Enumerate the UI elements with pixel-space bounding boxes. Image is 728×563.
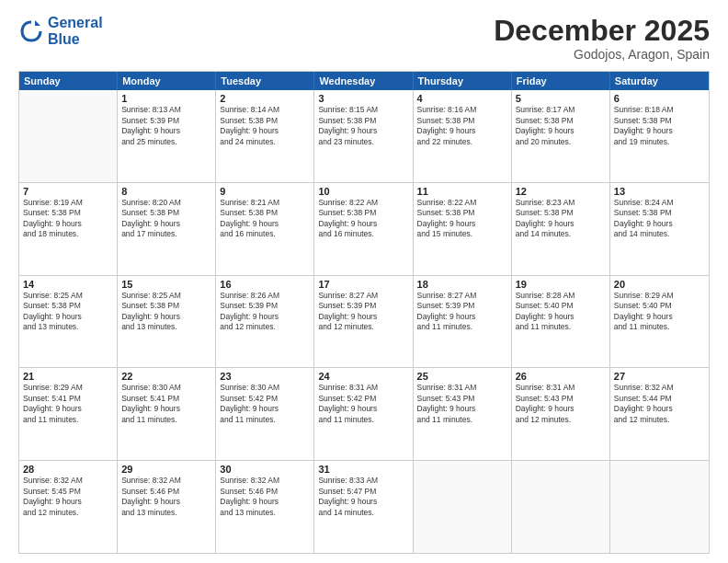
calendar-day-7: 7Sunrise: 8:19 AM Sunset: 5:38 PM Daylig…: [19, 183, 118, 275]
calendar-day-18: 18Sunrise: 8:27 AM Sunset: 5:39 PM Dayli…: [414, 276, 512, 368]
calendar-day-5: 5Sunrise: 8:17 AM Sunset: 5:38 PM Daylig…: [512, 90, 610, 182]
day-number: 11: [417, 186, 507, 197]
calendar-day-23: 23Sunrise: 8:30 AM Sunset: 5:42 PM Dayli…: [216, 368, 314, 460]
day-info: Sunrise: 8:14 AM Sunset: 5:38 PM Dayligh…: [220, 105, 310, 147]
calendar-day-21: 21Sunrise: 8:29 AM Sunset: 5:41 PM Dayli…: [19, 368, 118, 460]
day-info: Sunrise: 8:15 AM Sunset: 5:38 PM Dayligh…: [318, 105, 408, 147]
day-info: Sunrise: 8:32 AM Sunset: 5:46 PM Dayligh…: [220, 476, 310, 518]
calendar-day-29: 29Sunrise: 8:32 AM Sunset: 5:46 PM Dayli…: [118, 461, 216, 553]
header-day-friday: Friday: [512, 72, 610, 90]
day-number: 2: [220, 93, 310, 104]
day-number: 31: [318, 464, 408, 475]
day-number: 29: [121, 464, 211, 475]
calendar-empty-cell: [414, 461, 512, 553]
day-info: Sunrise: 8:31 AM Sunset: 5:43 PM Dayligh…: [516, 383, 606, 425]
calendar-day-26: 26Sunrise: 8:31 AM Sunset: 5:43 PM Dayli…: [512, 368, 610, 460]
calendar-body: 1Sunrise: 8:13 AM Sunset: 5:39 PM Daylig…: [19, 90, 709, 553]
calendar-day-10: 10Sunrise: 8:22 AM Sunset: 5:38 PM Dayli…: [314, 183, 413, 275]
calendar-day-22: 22Sunrise: 8:30 AM Sunset: 5:41 PM Dayli…: [118, 368, 216, 460]
day-info: Sunrise: 8:23 AM Sunset: 5:38 PM Dayligh…: [516, 198, 606, 240]
day-info: Sunrise: 8:21 AM Sunset: 5:38 PM Dayligh…: [220, 198, 310, 240]
day-number: 22: [121, 371, 211, 382]
calendar-day-8: 8Sunrise: 8:20 AM Sunset: 5:38 PM Daylig…: [118, 183, 216, 275]
day-info: Sunrise: 8:29 AM Sunset: 5:41 PM Dayligh…: [23, 383, 113, 425]
day-number: 3: [318, 93, 408, 104]
day-info: Sunrise: 8:13 AM Sunset: 5:39 PM Dayligh…: [121, 105, 211, 147]
calendar: SundayMondayTuesdayWednesdayThursdayFrid…: [18, 71, 710, 554]
day-info: Sunrise: 8:27 AM Sunset: 5:39 PM Dayligh…: [417, 291, 507, 333]
day-number: 7: [23, 186, 113, 197]
day-number: 14: [23, 279, 113, 290]
calendar-week-2: 7Sunrise: 8:19 AM Sunset: 5:38 PM Daylig…: [19, 182, 709, 275]
calendar-week-5: 28Sunrise: 8:32 AM Sunset: 5:45 PM Dayli…: [19, 460, 709, 553]
day-number: 30: [220, 464, 310, 475]
logo: General Blue: [18, 15, 103, 47]
day-info: Sunrise: 8:25 AM Sunset: 5:38 PM Dayligh…: [121, 291, 211, 333]
day-number: 9: [220, 186, 310, 197]
day-number: 8: [121, 186, 211, 197]
day-number: 6: [614, 93, 705, 104]
day-info: Sunrise: 8:27 AM Sunset: 5:39 PM Dayligh…: [318, 291, 408, 333]
day-number: 18: [417, 279, 507, 290]
day-number: 26: [516, 371, 606, 382]
day-number: 15: [121, 279, 211, 290]
day-number: 24: [318, 371, 408, 382]
day-info: Sunrise: 8:28 AM Sunset: 5:40 PM Dayligh…: [516, 291, 606, 333]
calendar-day-2: 2Sunrise: 8:14 AM Sunset: 5:38 PM Daylig…: [216, 90, 314, 182]
location-subtitle: Godojos, Aragon, Spain: [494, 47, 710, 62]
day-number: 21: [23, 371, 113, 382]
calendar-empty-cell: [19, 90, 118, 182]
header-day-monday: Monday: [118, 72, 216, 90]
day-info: Sunrise: 8:24 AM Sunset: 5:38 PM Dayligh…: [614, 198, 705, 240]
logo-icon: [18, 18, 44, 44]
calendar-empty-cell: [512, 461, 610, 553]
day-info: Sunrise: 8:33 AM Sunset: 5:47 PM Dayligh…: [318, 476, 408, 518]
calendar-day-4: 4Sunrise: 8:16 AM Sunset: 5:38 PM Daylig…: [414, 90, 512, 182]
day-number: 1: [121, 93, 211, 104]
day-info: Sunrise: 8:32 AM Sunset: 5:44 PM Dayligh…: [614, 383, 705, 425]
calendar-day-6: 6Sunrise: 8:18 AM Sunset: 5:38 PM Daylig…: [610, 90, 709, 182]
header-day-saturday: Saturday: [610, 72, 709, 90]
day-number: 4: [417, 93, 507, 104]
day-info: Sunrise: 8:18 AM Sunset: 5:38 PM Dayligh…: [614, 105, 705, 147]
logo-text: General Blue: [48, 15, 103, 47]
day-info: Sunrise: 8:31 AM Sunset: 5:42 PM Dayligh…: [318, 383, 408, 425]
day-info: Sunrise: 8:30 AM Sunset: 5:41 PM Dayligh…: [121, 383, 211, 425]
day-number: 10: [318, 186, 408, 197]
calendar-day-1: 1Sunrise: 8:13 AM Sunset: 5:39 PM Daylig…: [118, 90, 216, 182]
calendar-day-12: 12Sunrise: 8:23 AM Sunset: 5:38 PM Dayli…: [512, 183, 610, 275]
day-number: 12: [516, 186, 606, 197]
header-day-thursday: Thursday: [414, 72, 512, 90]
day-info: Sunrise: 8:22 AM Sunset: 5:38 PM Dayligh…: [318, 198, 408, 240]
day-number: 13: [614, 186, 705, 197]
header: General Blue December 2025 Godojos, Arag…: [18, 15, 710, 62]
calendar-week-4: 21Sunrise: 8:29 AM Sunset: 5:41 PM Dayli…: [19, 367, 709, 460]
calendar-day-9: 9Sunrise: 8:21 AM Sunset: 5:38 PM Daylig…: [216, 183, 314, 275]
day-info: Sunrise: 8:19 AM Sunset: 5:38 PM Dayligh…: [23, 198, 113, 240]
calendar-week-1: 1Sunrise: 8:13 AM Sunset: 5:39 PM Daylig…: [19, 90, 709, 182]
calendar-day-24: 24Sunrise: 8:31 AM Sunset: 5:42 PM Dayli…: [314, 368, 413, 460]
day-info: Sunrise: 8:26 AM Sunset: 5:39 PM Dayligh…: [220, 291, 310, 333]
header-day-sunday: Sunday: [19, 72, 118, 90]
day-info: Sunrise: 8:16 AM Sunset: 5:38 PM Dayligh…: [417, 105, 507, 147]
month-title: December 2025: [494, 15, 710, 47]
day-info: Sunrise: 8:20 AM Sunset: 5:38 PM Dayligh…: [121, 198, 211, 240]
day-info: Sunrise: 8:30 AM Sunset: 5:42 PM Dayligh…: [220, 383, 310, 425]
day-number: 25: [417, 371, 507, 382]
header-day-tuesday: Tuesday: [216, 72, 314, 90]
calendar-day-20: 20Sunrise: 8:29 AM Sunset: 5:40 PM Dayli…: [610, 276, 709, 368]
day-number: 16: [220, 279, 310, 290]
calendar-day-14: 14Sunrise: 8:25 AM Sunset: 5:38 PM Dayli…: [19, 276, 118, 368]
day-number: 23: [220, 371, 310, 382]
calendar-day-15: 15Sunrise: 8:25 AM Sunset: 5:38 PM Dayli…: [118, 276, 216, 368]
calendar-day-11: 11Sunrise: 8:22 AM Sunset: 5:38 PM Dayli…: [414, 183, 512, 275]
day-info: Sunrise: 8:29 AM Sunset: 5:40 PM Dayligh…: [614, 291, 705, 333]
calendar-day-28: 28Sunrise: 8:32 AM Sunset: 5:45 PM Dayli…: [19, 461, 118, 553]
calendar-day-30: 30Sunrise: 8:32 AM Sunset: 5:46 PM Dayli…: [216, 461, 314, 553]
calendar-day-25: 25Sunrise: 8:31 AM Sunset: 5:43 PM Dayli…: [414, 368, 512, 460]
calendar-day-16: 16Sunrise: 8:26 AM Sunset: 5:39 PM Dayli…: [216, 276, 314, 368]
day-number: 27: [614, 371, 705, 382]
day-number: 5: [516, 93, 606, 104]
calendar-day-17: 17Sunrise: 8:27 AM Sunset: 5:39 PM Dayli…: [314, 276, 413, 368]
calendar-empty-cell: [610, 461, 709, 553]
